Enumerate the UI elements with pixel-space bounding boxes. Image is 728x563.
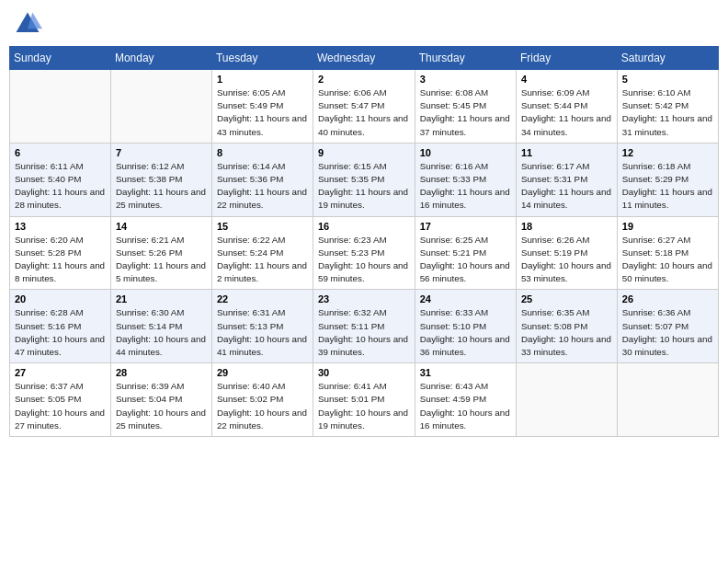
day-number: 20 — [15, 293, 106, 304]
day-header: Thursday — [415, 47, 516, 70]
day-number: 29 — [217, 367, 308, 378]
day-number: 22 — [217, 293, 308, 304]
day-detail: Sunrise: 6:06 AM Sunset: 5:47 PM Dayligh… — [318, 86, 410, 139]
calendar-cell: 14Sunrise: 6:21 AM Sunset: 5:26 PM Dayli… — [110, 216, 211, 290]
day-number: 11 — [521, 147, 612, 158]
day-detail: Sunrise: 6:08 AM Sunset: 5:45 PM Dayligh… — [420, 86, 511, 139]
day-detail: Sunrise: 6:40 AM Sunset: 5:02 PM Dayligh… — [217, 380, 308, 432]
calendar-cell: 8Sunrise: 6:14 AM Sunset: 5:36 PM Daylig… — [211, 143, 313, 216]
day-detail: Sunrise: 6:26 AM Sunset: 5:19 PM Dayligh… — [521, 234, 612, 286]
day-detail: Sunrise: 6:36 AM Sunset: 5:07 PM Dayligh… — [622, 306, 713, 359]
day-number: 19 — [622, 221, 713, 232]
day-detail: Sunrise: 6:41 AM Sunset: 5:01 PM Dayligh… — [318, 380, 410, 432]
day-number: 10 — [420, 147, 511, 158]
day-detail: Sunrise: 6:15 AM Sunset: 5:35 PM Dayligh… — [318, 160, 410, 213]
calendar-week-row: 1Sunrise: 6:05 AM Sunset: 5:49 PM Daylig… — [10, 70, 719, 144]
calendar-week-row: 6Sunrise: 6:11 AM Sunset: 5:40 PM Daylig… — [10, 143, 719, 216]
day-number: 16 — [318, 221, 410, 232]
day-detail: Sunrise: 6:37 AM Sunset: 5:05 PM Dayligh… — [15, 380, 106, 432]
calendar-cell: 6Sunrise: 6:11 AM Sunset: 5:40 PM Daylig… — [10, 143, 111, 216]
day-detail: Sunrise: 6:35 AM Sunset: 5:08 PM Dayligh… — [521, 306, 612, 359]
day-number: 26 — [622, 293, 713, 304]
calendar-cell: 20Sunrise: 6:28 AM Sunset: 5:16 PM Dayli… — [10, 290, 111, 363]
day-detail: Sunrise: 6:10 AM Sunset: 5:42 PM Dayligh… — [622, 86, 713, 139]
calendar-cell: 17Sunrise: 6:25 AM Sunset: 5:21 PM Dayli… — [415, 216, 516, 290]
day-number: 17 — [420, 221, 511, 232]
calendar-cell: 12Sunrise: 6:18 AM Sunset: 5:29 PM Dayli… — [617, 143, 718, 216]
day-detail: Sunrise: 6:17 AM Sunset: 5:31 PM Dayligh… — [521, 160, 612, 213]
day-detail: Sunrise: 6:16 AM Sunset: 5:33 PM Dayligh… — [420, 160, 511, 213]
day-detail: Sunrise: 6:27 AM Sunset: 5:18 PM Dayligh… — [622, 234, 713, 286]
day-detail: Sunrise: 6:23 AM Sunset: 5:23 PM Dayligh… — [318, 234, 410, 286]
calendar-cell: 9Sunrise: 6:15 AM Sunset: 5:35 PM Daylig… — [313, 143, 415, 216]
day-detail: Sunrise: 6:21 AM Sunset: 5:26 PM Dayligh… — [116, 234, 207, 286]
calendar-cell: 21Sunrise: 6:30 AM Sunset: 5:14 PM Dayli… — [110, 290, 211, 363]
calendar-week-row: 13Sunrise: 6:20 AM Sunset: 5:28 PM Dayli… — [10, 216, 719, 290]
calendar-cell: 24Sunrise: 6:33 AM Sunset: 5:10 PM Dayli… — [415, 290, 516, 363]
calendar-cell: 16Sunrise: 6:23 AM Sunset: 5:23 PM Dayli… — [313, 216, 415, 290]
day-header: Friday — [516, 47, 617, 70]
calendar-cell: 28Sunrise: 6:39 AM Sunset: 5:04 PM Dayli… — [110, 363, 211, 437]
day-number: 12 — [622, 147, 713, 158]
calendar-cell: 4Sunrise: 6:09 AM Sunset: 5:44 PM Daylig… — [516, 70, 617, 144]
day-number: 24 — [420, 293, 511, 304]
calendar-cell: 27Sunrise: 6:37 AM Sunset: 5:05 PM Dayli… — [10, 363, 111, 437]
day-number: 23 — [318, 293, 410, 304]
day-number: 15 — [217, 221, 308, 232]
day-detail: Sunrise: 6:20 AM Sunset: 5:28 PM Dayligh… — [15, 234, 106, 286]
calendar-cell: 5Sunrise: 6:10 AM Sunset: 5:42 PM Daylig… — [617, 70, 718, 144]
day-number: 21 — [116, 293, 207, 304]
calendar-cell — [10, 70, 111, 144]
calendar-cell — [617, 363, 718, 437]
calendar-cell: 25Sunrise: 6:35 AM Sunset: 5:08 PM Dayli… — [516, 290, 617, 363]
day-number: 9 — [318, 147, 410, 158]
calendar-cell: 30Sunrise: 6:41 AM Sunset: 5:01 PM Dayli… — [313, 363, 415, 437]
page-header — [9, 9, 719, 39]
day-number: 2 — [318, 74, 410, 85]
day-number: 28 — [116, 367, 207, 378]
day-number: 5 — [622, 74, 713, 85]
calendar-cell: 13Sunrise: 6:20 AM Sunset: 5:28 PM Dayli… — [10, 216, 111, 290]
day-number: 25 — [521, 293, 612, 304]
calendar-cell: 3Sunrise: 6:08 AM Sunset: 5:45 PM Daylig… — [415, 70, 516, 144]
calendar-cell: 31Sunrise: 6:43 AM Sunset: 4:59 PM Dayli… — [415, 363, 516, 437]
calendar-cell: 23Sunrise: 6:32 AM Sunset: 5:11 PM Dayli… — [313, 290, 415, 363]
day-detail: Sunrise: 6:09 AM Sunset: 5:44 PM Dayligh… — [521, 86, 612, 139]
calendar-cell: 15Sunrise: 6:22 AM Sunset: 5:24 PM Dayli… — [211, 216, 313, 290]
logo-icon — [13, 9, 42, 39]
day-number: 1 — [217, 74, 308, 85]
calendar-cell: 19Sunrise: 6:27 AM Sunset: 5:18 PM Dayli… — [617, 216, 718, 290]
calendar-header-row: SundayMondayTuesdayWednesdayThursdayFrid… — [10, 47, 719, 70]
day-detail: Sunrise: 6:25 AM Sunset: 5:21 PM Dayligh… — [420, 234, 511, 286]
day-number: 13 — [15, 221, 106, 232]
day-number: 3 — [420, 74, 511, 85]
calendar-cell: 29Sunrise: 6:40 AM Sunset: 5:02 PM Dayli… — [211, 363, 313, 437]
day-number: 7 — [116, 147, 207, 158]
calendar-table: SundayMondayTuesdayWednesdayThursdayFrid… — [9, 46, 719, 437]
day-detail: Sunrise: 6:22 AM Sunset: 5:24 PM Dayligh… — [217, 234, 308, 286]
day-detail: Sunrise: 6:12 AM Sunset: 5:38 PM Dayligh… — [116, 160, 207, 213]
day-number: 8 — [217, 147, 308, 158]
day-header: Wednesday — [313, 47, 415, 70]
day-header: Sunday — [10, 47, 111, 70]
day-detail: Sunrise: 6:11 AM Sunset: 5:40 PM Dayligh… — [15, 160, 106, 213]
day-header: Tuesday — [211, 47, 313, 70]
day-header: Saturday — [617, 47, 718, 70]
day-number: 4 — [521, 74, 612, 85]
calendar-cell: 1Sunrise: 6:05 AM Sunset: 5:49 PM Daylig… — [211, 70, 313, 144]
calendar-cell: 10Sunrise: 6:16 AM Sunset: 5:33 PM Dayli… — [415, 143, 516, 216]
day-number: 27 — [15, 367, 106, 378]
day-number: 30 — [318, 367, 410, 378]
day-header: Monday — [110, 47, 211, 70]
day-detail: Sunrise: 6:28 AM Sunset: 5:16 PM Dayligh… — [15, 306, 106, 359]
calendar-week-row: 20Sunrise: 6:28 AM Sunset: 5:16 PM Dayli… — [10, 290, 719, 363]
calendar-cell: 22Sunrise: 6:31 AM Sunset: 5:13 PM Dayli… — [211, 290, 313, 363]
day-number: 18 — [521, 221, 612, 232]
calendar-cell: 2Sunrise: 6:06 AM Sunset: 5:47 PM Daylig… — [313, 70, 415, 144]
day-detail: Sunrise: 6:33 AM Sunset: 5:10 PM Dayligh… — [420, 306, 511, 359]
calendar-cell — [516, 363, 617, 437]
day-detail: Sunrise: 6:39 AM Sunset: 5:04 PM Dayligh… — [116, 380, 207, 432]
logo — [13, 9, 46, 39]
day-detail: Sunrise: 6:30 AM Sunset: 5:14 PM Dayligh… — [116, 306, 207, 359]
calendar-cell — [110, 70, 211, 144]
